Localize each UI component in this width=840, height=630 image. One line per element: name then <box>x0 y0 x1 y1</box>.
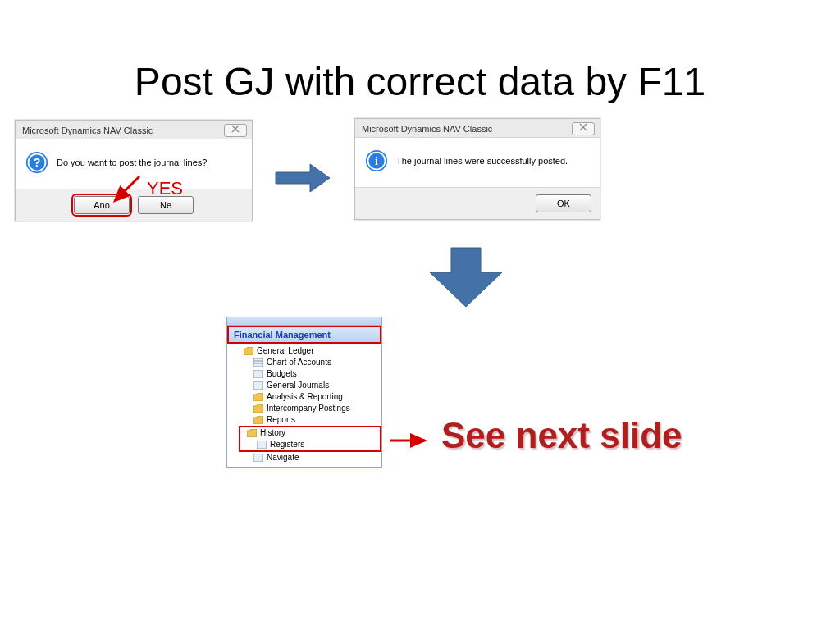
tree-item-history[interactable]: History <box>242 427 378 439</box>
dialog-message: Do you want to post the journal lines? <box>57 158 207 167</box>
success-dialog: Microsoft Dynamics NAV Classic i The jou… <box>354 118 600 220</box>
tree-item-budgets[interactable]: Budgets <box>231 368 381 380</box>
tree-label: General Ledger <box>257 345 314 357</box>
svg-line-3 <box>115 176 139 201</box>
svg-rect-13 <box>253 454 263 462</box>
dialog-title: Microsoft Dynamics NAV Classic <box>362 124 492 134</box>
svg-text:?: ? <box>34 156 41 169</box>
confirm-post-dialog: Microsoft Dynamics NAV Classic ? Do you … <box>15 120 253 221</box>
dialog-message: The journal lines were successfully post… <box>396 156 568 166</box>
tree-item-chart-of-accounts[interactable]: Chart of Accounts <box>231 357 381 368</box>
tree-label: Budgets <box>267 368 297 380</box>
svg-rect-11 <box>253 381 263 390</box>
nav-top-strip <box>227 317 381 326</box>
arrow-icon <box>107 173 143 206</box>
tree-label: Reports <box>267 414 295 426</box>
tree-label: Intercompany Postings <box>267 403 350 414</box>
tree-item-registers[interactable]: Registers <box>242 439 378 450</box>
tree-label: History <box>260 427 285 439</box>
ok-button[interactable]: OK <box>536 194 591 212</box>
tree-item-general-journals[interactable]: General Journals <box>231 380 381 391</box>
info-icon: i <box>365 149 388 172</box>
arrow-icon <box>389 433 430 448</box>
tree-label: Analysis & Reporting <box>267 391 343 403</box>
tree-item-reports[interactable]: Reports <box>231 414 381 426</box>
dialog-body: i The journal lines were successfully po… <box>355 137 600 188</box>
svg-rect-7 <box>253 358 263 367</box>
tree-label: Navigate <box>267 452 299 463</box>
dialog-title: Microsoft Dynamics NAV Classic <box>22 126 153 135</box>
arrow-right-icon <box>274 162 331 194</box>
arrow-down-icon <box>427 244 505 310</box>
nav-pane: Financial Management General Ledger Char… <box>226 317 382 468</box>
tree-item-analysis-reporting[interactable]: Analysis & Reporting <box>231 391 381 403</box>
svg-rect-10 <box>253 370 263 378</box>
see-next-slide: See next slide <box>441 415 682 456</box>
yes-annotation: YES <box>147 178 183 199</box>
tree-label: General Journals <box>267 380 329 391</box>
tree-item-intercompany-postings[interactable]: Intercompany Postings <box>231 403 381 414</box>
close-icon[interactable] <box>572 122 595 135</box>
dialog-titlebar: Microsoft Dynamics NAV Classic <box>16 121 252 139</box>
svg-text:i: i <box>375 155 378 167</box>
question-icon: ? <box>25 151 48 174</box>
tree-item-general-ledger[interactable]: General Ledger <box>231 345 381 357</box>
nav-tree: General Ledger Chart of Accounts Budgets… <box>227 344 381 467</box>
slide-title: Post GJ with correct data by F11 <box>0 59 840 104</box>
tree-item-navigate[interactable]: Navigate <box>231 452 381 463</box>
nav-header[interactable]: Financial Management <box>227 326 381 344</box>
tree-label: Chart of Accounts <box>267 357 331 368</box>
dialog-titlebar: Microsoft Dynamics NAV Classic <box>355 119 600 137</box>
dialog-footer: OK <box>355 188 600 219</box>
history-highlight: History Registers <box>239 426 381 452</box>
close-icon[interactable] <box>224 124 247 137</box>
tree-label: Registers <box>270 439 304 450</box>
svg-rect-12 <box>257 441 267 449</box>
